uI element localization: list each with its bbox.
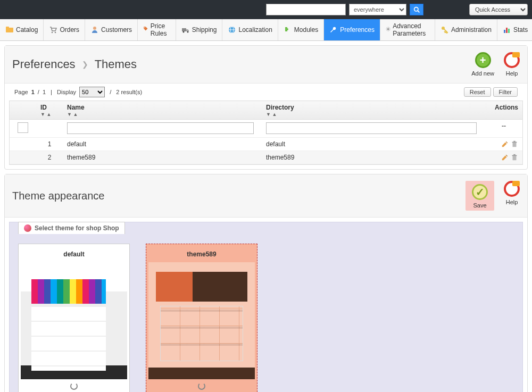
svg-rect-24 xyxy=(513,154,516,155)
pager-page-total: 1 xyxy=(43,89,46,95)
main-nav: Catalog Orders Customers Price Rules Shi… xyxy=(0,19,532,41)
appearance-head: Theme appearance ✓ Save Help xyxy=(5,174,527,218)
svg-rect-19 xyxy=(513,143,517,147)
key-icon xyxy=(440,26,449,34)
select-all-checkbox[interactable] xyxy=(10,120,36,137)
svg-rect-21 xyxy=(513,141,516,142)
nav-localization[interactable]: Localization xyxy=(222,19,278,40)
filter-directory-input[interactable] xyxy=(266,122,477,134)
appearance-actions: ✓ Save Help xyxy=(466,181,520,211)
table-row[interactable]: 2theme589theme589 xyxy=(10,151,522,164)
svg-point-4 xyxy=(52,32,53,34)
theme-select-area: Select theme for shop Shop defaulttheme5… xyxy=(9,222,523,392)
filter-name-input[interactable] xyxy=(67,122,254,134)
svg-rect-20 xyxy=(512,142,517,143)
tag-icon xyxy=(143,26,148,34)
svg-rect-2 xyxy=(6,28,13,32)
head-actions: + Add new Help xyxy=(471,52,520,77)
palette-icon xyxy=(24,224,31,232)
nav-orders[interactable]: Orders xyxy=(44,19,85,40)
person-icon xyxy=(90,26,99,34)
nav-shipping[interactable]: Shipping xyxy=(176,19,223,40)
nav-price-rules[interactable]: Price Rules xyxy=(138,19,176,40)
nav-modules[interactable]: Modules xyxy=(278,19,324,40)
svg-rect-16 xyxy=(504,30,505,33)
filter-actions-cell: -- xyxy=(485,120,522,137)
help-button[interactable]: Help xyxy=(504,181,520,211)
nav-stats[interactable]: Stats xyxy=(497,19,532,40)
plus-icon: + xyxy=(475,52,491,68)
svg-point-6 xyxy=(93,27,96,30)
svg-point-0 xyxy=(414,7,418,11)
row-id: 2 xyxy=(36,151,63,164)
filter-button[interactable]: Filter xyxy=(493,87,518,97)
col-header-name[interactable]: Name▼ ▲ xyxy=(63,101,262,119)
search-button[interactable] xyxy=(410,4,423,15)
edit-icon[interactable] xyxy=(501,140,509,148)
svg-rect-22 xyxy=(513,156,517,160)
row-directory: default xyxy=(262,138,485,151)
svg-point-10 xyxy=(187,31,188,33)
row-id: 1 xyxy=(36,138,63,151)
puzzle-icon xyxy=(284,26,292,34)
nav-customers[interactable]: Customers xyxy=(85,19,138,40)
check-icon: ✓ xyxy=(472,184,488,200)
theme-card-theme589[interactable]: theme589 xyxy=(146,244,257,392)
globe-icon xyxy=(228,26,236,34)
gear-icon xyxy=(386,26,390,34)
svg-point-14 xyxy=(387,28,389,30)
theme-grid: ID▼ ▲ Name▼ ▲ Directory▼ ▲ Actions -- 1d… xyxy=(9,101,523,165)
pager-page-label: Page xyxy=(14,89,28,95)
reset-button[interactable]: Reset xyxy=(464,87,491,97)
sort-arrows-icon: ▼ ▲ xyxy=(266,112,481,116)
edit-icon[interactable] xyxy=(501,154,509,161)
pager-page-current: 1 xyxy=(31,89,35,95)
nav-preferences[interactable]: Preferences xyxy=(324,19,380,40)
search-icon xyxy=(413,6,420,13)
breadcrumb-section: Preferences xyxy=(12,57,76,71)
breadcrumb-head: Preferences ❯ Themes + Add new Help xyxy=(5,46,527,84)
nav-administration[interactable]: Administration xyxy=(435,19,497,40)
svg-rect-8 xyxy=(182,28,186,31)
trash-icon[interactable] xyxy=(511,140,518,148)
quick-access-select[interactable]: Quick Access xyxy=(469,4,528,15)
search-input[interactable] xyxy=(266,4,346,15)
row-name: theme589 xyxy=(63,151,262,164)
svg-point-7 xyxy=(144,28,145,28)
truck-icon xyxy=(181,26,190,34)
wrench-icon xyxy=(329,26,338,34)
nav-advanced-parameters[interactable]: Advanced Parameters xyxy=(380,19,435,40)
cart-icon xyxy=(49,26,57,34)
table-row[interactable]: 1defaultdefault xyxy=(10,138,522,151)
help-button[interactable]: Help xyxy=(504,52,520,77)
lifebuoy-icon xyxy=(504,52,520,68)
appearance-title: Theme appearance xyxy=(12,190,104,202)
theme-card-title: theme589 xyxy=(148,246,255,262)
breadcrumb-page: Themes xyxy=(95,57,137,71)
select-theme-legend: Select theme for shop Shop xyxy=(18,222,125,234)
svg-rect-17 xyxy=(506,28,508,33)
theme-thumbnail xyxy=(21,262,127,379)
theme-appearance-panel: Theme appearance ✓ Save Help Select them… xyxy=(4,174,528,392)
svg-rect-3 xyxy=(6,27,9,28)
bars-icon xyxy=(503,26,511,34)
svg-rect-23 xyxy=(512,155,517,156)
col-header-actions: Actions xyxy=(485,101,522,119)
row-name: default xyxy=(63,138,262,151)
trash-icon[interactable] xyxy=(511,154,518,161)
col-header-directory[interactable]: Directory▼ ▲ xyxy=(262,101,485,119)
save-button[interactable]: ✓ Save xyxy=(466,181,494,211)
topbar: everywhere Quick Access xyxy=(0,0,532,19)
breadcrumb-title: Preferences ❯ Themes xyxy=(12,57,137,71)
pager-display-label: Display xyxy=(57,89,76,95)
pager: Page 1 / 1 | Display 50 / 2 result(s) Re… xyxy=(9,84,523,101)
pager-per-page-select[interactable]: 50 xyxy=(79,87,105,97)
theme-card-title: default xyxy=(21,246,127,262)
nav-catalog[interactable]: Catalog xyxy=(0,19,44,40)
search-scope-select[interactable]: everywhere xyxy=(349,4,406,15)
add-new-button[interactable]: + Add new xyxy=(471,52,494,77)
grid-filter-row: -- xyxy=(10,120,522,138)
col-header-id[interactable]: ID▼ ▲ xyxy=(36,101,63,119)
sort-arrows-icon: ▼ ▲ xyxy=(67,112,257,116)
theme-card-default[interactable]: default xyxy=(18,244,130,392)
